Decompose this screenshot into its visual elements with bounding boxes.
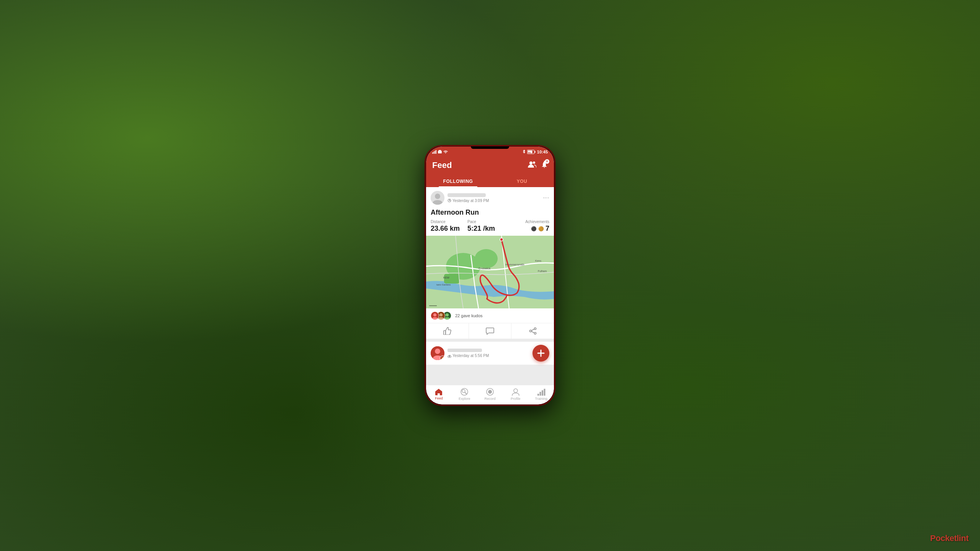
svg-rect-45 xyxy=(544,389,545,396)
distance-label: Distance xyxy=(431,220,460,224)
nav-profile-label: Profile xyxy=(511,397,521,401)
nav-training[interactable]: Training xyxy=(528,388,554,401)
svg-point-14 xyxy=(475,249,498,268)
user-avatar[interactable] xyxy=(431,191,444,205)
explore-icon xyxy=(460,388,469,396)
watermark: Pocketlint xyxy=(930,533,969,543)
svg-text:Kens: Kens xyxy=(535,259,541,262)
kudos-row: 22 gave kudos xyxy=(426,308,554,321)
share-button[interactable] xyxy=(511,323,554,339)
route-map: Chiswick Hammersmith KEW tanic Gardens F… xyxy=(426,236,554,308)
second-username-blurred xyxy=(448,349,482,352)
nav-record[interactable]: Record xyxy=(477,388,503,401)
bottom-nav: Feed Explore Record xyxy=(426,385,554,404)
tab-you[interactable]: YOU xyxy=(490,175,554,187)
nav-explore-label: Explore xyxy=(459,397,470,401)
distance-value: 23.66 km xyxy=(431,225,460,233)
svg-point-7 xyxy=(533,161,535,164)
svg-text:KEW: KEW xyxy=(443,276,449,279)
signal-bar-2 xyxy=(433,152,434,154)
activity-type-badge: 🚴 xyxy=(440,355,444,360)
bluetooth-icon xyxy=(523,150,526,154)
svg-point-24 xyxy=(433,313,436,316)
kudos-count: 22 gave kudos xyxy=(455,313,483,318)
nav-explore[interactable]: Explore xyxy=(452,388,477,401)
like-button[interactable] xyxy=(426,323,469,339)
svg-text:tanic Gardens: tanic Gardens xyxy=(436,284,451,286)
nav-training-label: Training xyxy=(535,397,547,401)
notification-count: 8 xyxy=(545,159,549,164)
pace-label: Pace xyxy=(467,220,495,224)
svg-rect-29 xyxy=(444,331,446,335)
svg-text:Chiswick: Chiswick xyxy=(479,267,491,270)
sim-icon xyxy=(438,150,442,154)
pace-value: 5:21 /km xyxy=(467,225,495,233)
second-activity-preview[interactable]: 🚴 Yesterday at 5:56 PM xyxy=(426,342,554,365)
thumbs-up-icon xyxy=(443,327,451,335)
svg-text:3G: 3G xyxy=(528,152,531,154)
distance-stat: Distance 23.66 km xyxy=(431,220,460,233)
svg-point-28 xyxy=(446,313,449,316)
phone-device: 3G 10:45 Feed xyxy=(425,145,555,406)
status-time: 10:45 xyxy=(537,150,548,154)
app-title: Feed xyxy=(432,160,452,170)
svg-point-41 xyxy=(514,389,518,393)
svg-point-40 xyxy=(488,390,492,394)
achievement-icons: ⚫ 🟤 7 xyxy=(531,225,549,233)
tab-following[interactable]: FOLLOWING xyxy=(426,175,490,187)
nav-feed-label: Feed xyxy=(435,396,443,400)
add-activity-fab[interactable] xyxy=(532,345,549,362)
svg-point-30 xyxy=(534,328,536,330)
kudos-avatar-1 xyxy=(431,311,439,320)
achievements-stat: Achievements ⚫ 🟤 7 xyxy=(525,220,549,233)
activity-stats: Distance 23.66 km Pace 5:21 /km Achievem… xyxy=(426,220,554,236)
share-icon xyxy=(529,327,537,335)
username-blurred xyxy=(448,193,486,197)
svg-rect-42 xyxy=(537,394,539,396)
phone-notch xyxy=(471,147,509,149)
activity-card: Yesterday at 3:09 PM ··· Afternoon Run D… xyxy=(426,187,554,339)
app-header: Feed xyxy=(426,157,554,175)
profile-nav-icon xyxy=(511,388,520,396)
record-icon xyxy=(486,388,494,396)
signal-bars xyxy=(432,150,436,154)
comment-button[interactable] xyxy=(469,323,512,339)
second-user-avatar: 🚴 xyxy=(431,346,444,360)
more-options-btn[interactable]: ··· xyxy=(543,194,549,201)
people-icon-btn[interactable] xyxy=(528,161,536,170)
notification-bell-btn[interactable]: 8 xyxy=(541,161,548,170)
svg-point-22 xyxy=(500,238,503,241)
phone-screen: 3G 10:45 Feed xyxy=(426,147,554,404)
training-icon xyxy=(537,388,546,396)
user-info: Yesterday at 3:09 PM xyxy=(448,193,543,203)
second-activity-time: Yesterday at 5:56 PM xyxy=(448,354,532,358)
svg-rect-0 xyxy=(438,151,442,153)
activity-title: Afternoon Run xyxy=(426,207,554,220)
avatar-icon xyxy=(431,191,444,205)
svg-point-10 xyxy=(435,194,440,199)
watermark-p: P xyxy=(930,533,936,543)
clock-icon xyxy=(448,199,451,202)
status-left xyxy=(432,150,448,154)
map-scale xyxy=(429,305,437,306)
watermark-text: ocketlint xyxy=(936,533,969,543)
feed-content: Yesterday at 3:09 PM ··· Afternoon Run D… xyxy=(426,187,554,385)
svg-rect-44 xyxy=(542,390,543,396)
achievements-label: Achievements xyxy=(525,220,549,224)
nav-profile[interactable]: Profile xyxy=(503,388,528,401)
activity-timestamp: Yesterday at 3:09 PM xyxy=(448,199,543,203)
svg-text:Fulham: Fulham xyxy=(538,270,547,272)
signal-bar-4 xyxy=(436,150,436,154)
status-right: 3G 10:45 xyxy=(523,150,548,154)
feed-tabs: FOLLOWING YOU xyxy=(426,175,554,187)
battery-icon: 3G xyxy=(527,150,536,154)
svg-point-6 xyxy=(529,161,532,165)
svg-point-26 xyxy=(439,313,443,316)
card-header: Yesterday at 3:09 PM ··· xyxy=(426,187,554,207)
bike-icon xyxy=(448,354,451,358)
svg-rect-1 xyxy=(439,150,441,151)
pace-stat: Pace 5:21 /km xyxy=(467,220,495,233)
nav-feed[interactable]: Feed xyxy=(426,388,452,400)
kudos-avatars xyxy=(431,311,449,320)
activity-map[interactable]: Chiswick Hammersmith KEW tanic Gardens F… xyxy=(426,236,554,308)
